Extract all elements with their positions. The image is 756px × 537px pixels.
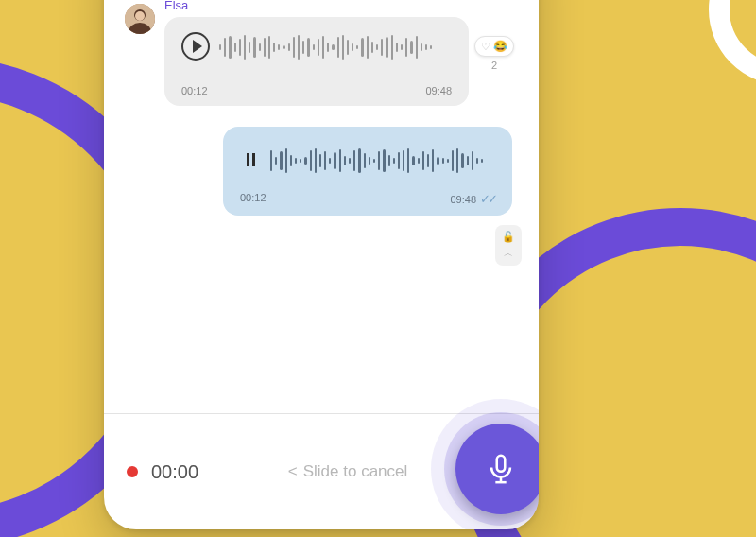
svg-point-3 (135, 11, 145, 21)
sender-name: Elsa (164, 0, 188, 12)
waveform[interactable] (219, 34, 432, 61)
pause-icon (247, 153, 255, 166)
heart-icon: ♡ (481, 41, 490, 53)
microphone-icon (485, 453, 517, 485)
recording-indicator-icon (127, 466, 138, 477)
reaction-count: 2 (491, 60, 497, 71)
message-timestamp: 09:48 (425, 85, 452, 96)
chevron-left-icon: < (288, 462, 298, 481)
svg-rect-4 (497, 456, 506, 472)
play-button[interactable] (181, 32, 210, 61)
reaction-emoji: 😂 (493, 40, 507, 53)
phone-frame: Elsa 00:12 09:48 (104, 0, 539, 529)
recording-elapsed: 00:00 (151, 461, 198, 483)
recording-lock-widget[interactable]: 🔓 ︿ (495, 225, 522, 266)
voice-message-sent[interactable]: 00:12 09:48 ✓✓ (223, 127, 512, 216)
voice-message-received[interactable]: 00:12 09:48 (164, 17, 469, 106)
message-reactions[interactable]: ♡ 😂 2 (474, 36, 514, 71)
audio-duration: 00:12 (181, 85, 208, 96)
avatar[interactable] (125, 4, 155, 34)
waveform[interactable] (270, 147, 483, 174)
microphone-button[interactable] (455, 424, 539, 514)
read-receipt-icon: ✓✓ (480, 192, 495, 206)
play-icon (193, 40, 202, 53)
reaction-pill[interactable]: ♡ 😂 (474, 36, 514, 57)
chevron-up-icon: ︿ (504, 247, 513, 260)
audio-duration: 00:12 (240, 192, 266, 206)
message-timestamp: 09:48 (450, 194, 476, 205)
unlock-icon: 🔓 (502, 231, 515, 243)
slide-to-cancel-label: Slide to cancel (303, 462, 408, 481)
recording-bar: 00:00 < Slide to cancel (104, 414, 539, 529)
pause-button[interactable] (236, 146, 265, 174)
chat-area: Elsa 00:12 09:48 (104, 0, 539, 397)
decorative-edge-circle (709, 0, 756, 85)
